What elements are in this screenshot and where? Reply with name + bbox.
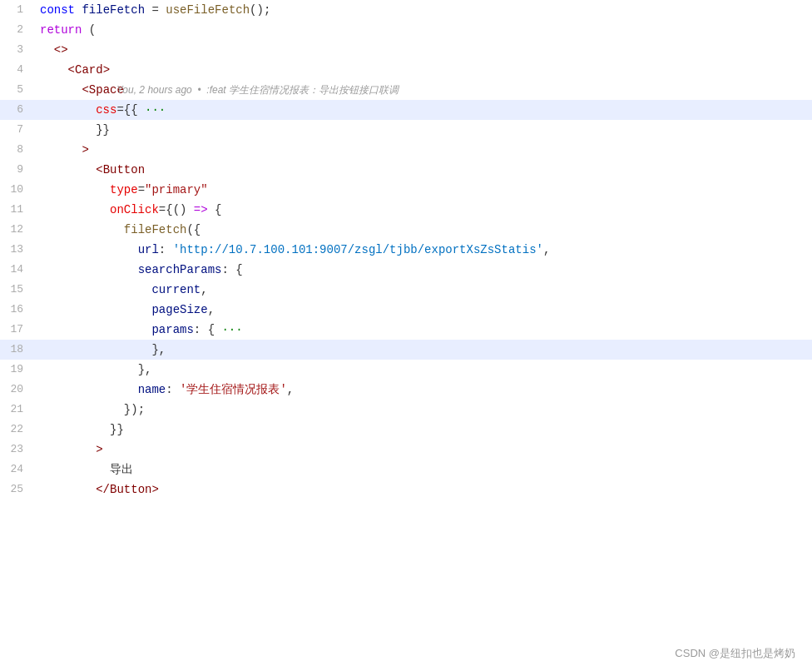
code-content: }} [33, 121, 812, 139]
code-content: fileFetch({ [33, 221, 812, 239]
code-line: 4 <Card> [0, 60, 812, 80]
code-content: }); [33, 400, 812, 419]
code-content: name: '学生住宿情况报表', [33, 380, 812, 399]
code-content: 导出 [33, 460, 812, 479]
code-line: 5 <Space You, 2 hours ago • :feat 学生住宿情况… [0, 80, 812, 100]
code-line: 8 > [0, 140, 812, 160]
line-number: 23 [0, 441, 33, 459]
code-line: 24 导出 [0, 460, 812, 480]
watermark: CSDN @是纽扣也是烤奶 [675, 645, 795, 663]
line-number: 22 [0, 421, 33, 439]
code-line: 22 }} [0, 420, 812, 440]
code-content: const fileFetch = useFileFetch(); [33, 1, 812, 19]
code-content: url: 'http://10.7.100.101:9007/zsgl/tjbb… [33, 241, 812, 259]
line-number: 8 [0, 142, 33, 159]
code-line: 15 current, [0, 280, 812, 300]
line-number: 24 [0, 461, 33, 479]
line-number: 3 [0, 42, 33, 59]
git-blame: You, 2 hours ago • :feat 学生住宿情况报表：导出按钮接口… [116, 80, 399, 100]
code-line: 6 css={{ ··· [0, 100, 812, 120]
line-number: 12 [0, 221, 33, 239]
code-content: onClick={() => { [33, 201, 812, 219]
editor-container: 1 const fileFetch = useFileFetch(); 2 re… [0, 0, 812, 671]
code-line: 1 const fileFetch = useFileFetch(); [0, 0, 812, 20]
line-number: 4 [0, 62, 33, 79]
line-number: 1 [0, 2, 33, 19]
code-content: params: { ··· [33, 321, 812, 339]
code-content: }} [33, 420, 812, 439]
code-content: type="primary" [33, 181, 812, 199]
code-content: pageSize, [33, 301, 812, 319]
code-content: > [33, 141, 812, 159]
code-line: 25 </Button> [0, 480, 812, 500]
code-line: 2 return ( [0, 20, 812, 40]
line-number: 11 [0, 201, 33, 219]
code-line: 7 }} [0, 120, 812, 140]
line-number: 6 [0, 102, 33, 119]
code-line: 20 name: '学生住宿情况报表', [0, 380, 812, 400]
line-number: 25 [0, 481, 33, 499]
line-number: 2 [0, 22, 33, 39]
line-number: 18 [0, 341, 33, 359]
code-line: 14 searchParams: { [0, 260, 812, 280]
line-number: 21 [0, 401, 33, 419]
line-number: 16 [0, 301, 33, 319]
line-number: 15 [0, 281, 33, 299]
line-number: 9 [0, 162, 33, 179]
line-number: 17 [0, 321, 33, 339]
code-line: 23 > [0, 440, 812, 460]
code-content: css={{ ··· [33, 101, 812, 119]
code-line: 13 url: 'http://10.7.100.101:9007/zsgl/t… [0, 240, 812, 260]
code-line: 11 onClick={() => { [0, 200, 812, 220]
code-line: 18 }, [0, 340, 812, 360]
code-line: 9 <Button [0, 160, 812, 180]
line-number: 7 [0, 122, 33, 139]
line-number: 20 [0, 381, 33, 399]
code-content: <> [33, 41, 812, 59]
line-number: 13 [0, 241, 33, 259]
code-area: 1 const fileFetch = useFileFetch(); 2 re… [0, 0, 812, 671]
line-number: 19 [0, 361, 33, 379]
code-content: }, [33, 360, 812, 379]
code-line: 21 }); [0, 400, 812, 420]
code-content: <Button [33, 161, 812, 179]
code-content: }, [33, 340, 812, 359]
code-line: 12 fileFetch({ [0, 220, 812, 240]
code-content: <Card> [33, 61, 812, 79]
code-content: </Button> [33, 480, 812, 499]
code-line: 17 params: { ··· [0, 320, 812, 340]
code-content: searchParams: { [33, 261, 812, 279]
code-content: return ( [33, 21, 812, 39]
line-number: 14 [0, 261, 33, 279]
line-number: 10 [0, 181, 33, 199]
code-content: > [33, 440, 812, 459]
line-number: 5 [0, 82, 33, 99]
code-content: current, [33, 281, 812, 299]
code-line: 10 type="primary" [0, 180, 812, 200]
code-line: 16 pageSize, [0, 300, 812, 320]
code-line: 19 }, [0, 360, 812, 380]
code-line: 3 <> [0, 40, 812, 60]
